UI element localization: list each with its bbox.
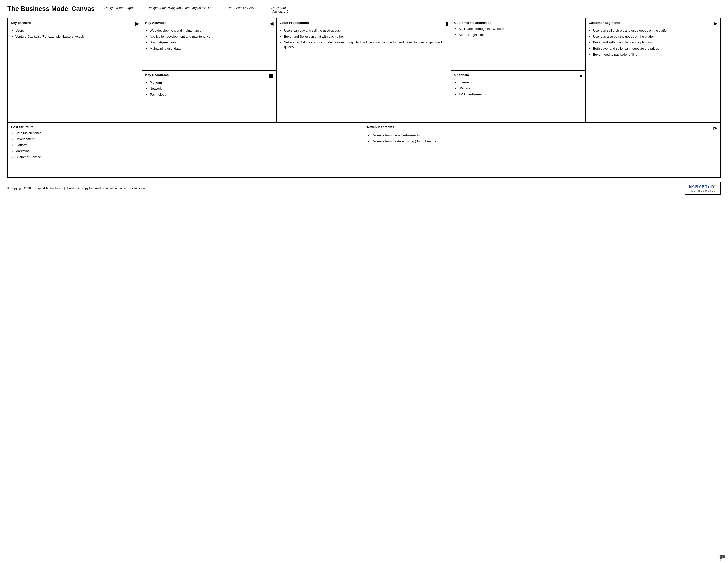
value-propositions-icon: ▮ [445, 21, 448, 26]
page-title: The Business Model Canvas [7, 5, 95, 13]
key-partners-cell: Key partners ▶ Users Venture Capitalist … [8, 18, 142, 122]
list-item: Network [150, 86, 273, 91]
key-resources-list: Platform Network Technology [145, 80, 273, 97]
header-meta: Designed for: Letgo Designed by: NCrypte… [104, 5, 288, 13]
customer-segments-list: User can sell their old and used goods o… [589, 28, 717, 57]
customer-segments-cell: Customer Segments ▶ User can sell their … [586, 18, 720, 122]
page-footer: © Copyright 2018, NCrypted Technologies … [7, 182, 721, 195]
registered-symbol: ® [714, 184, 716, 187]
cost-structure-list: Data Maintenance Development Platform Ma… [11, 131, 361, 159]
cost-structure-cell: Cost Structure 🏴 Data Maintenance Develo… [8, 123, 364, 177]
canvas-bottom-row: Cost Structure 🏴 Data Maintenance Develo… [8, 123, 720, 177]
list-item: Revenue from the advertisements [372, 133, 717, 138]
list-item: Maintaining user data [150, 46, 273, 51]
list-item: Platform [150, 80, 273, 85]
list-item: Web development and maintenance [150, 28, 273, 33]
logo-sub-text: TECHNOLOGIES [689, 190, 716, 192]
list-item: Users [15, 28, 139, 33]
key-activities-col: Key Activities ◀ Web development and mai… [142, 18, 277, 122]
customer-relationships-title: Customer Relationships [454, 21, 582, 25]
key-partners-list: Users Venture Capitalist (For example Na… [11, 28, 139, 39]
key-resources-title: Key Resources ▮▮ [145, 73, 273, 78]
designed-for: Designed for: Letgo [104, 6, 133, 13]
list-item: Data Maintenance [15, 131, 361, 135]
list-item: Technology [150, 92, 273, 97]
list-item: Both buyer and seller can negotiate the … [593, 46, 717, 51]
page-header: The Business Model Canvas Designed for: … [7, 5, 721, 13]
list-item: Marketing [15, 149, 361, 153]
customer-relationships-col: Customer Relationships Assistance throug… [451, 18, 586, 122]
key-activities-title: Key Activities ◀ [145, 21, 273, 26]
revenue-streams-icon: ⧐ [712, 125, 717, 131]
document-version: DocumentVersion: 1.0 [271, 6, 288, 13]
list-item: Venture Capitalist (For example Naspers,… [15, 34, 139, 39]
customer-relationships-list: Assistance through the Website Self – ta… [454, 27, 582, 37]
value-propositions-title: Value Propositions ▮ [280, 21, 448, 26]
list-item: User can sell their old and used goods o… [593, 28, 717, 33]
list-item: Platform [15, 143, 361, 147]
key-partners-icon: ▶ [135, 21, 139, 26]
business-model-canvas: Key partners ▶ Users Venture Capitalist … [7, 18, 721, 178]
designed-by: Designed by: NCrypted Technologies Pvt. … [148, 6, 213, 13]
list-item: Users can buy and sell the used goods. [284, 28, 448, 33]
list-item: Buyer need to pay seller offline. [593, 52, 717, 57]
list-item: Customer Service [15, 155, 361, 159]
copyright-text: © Copyright 2018, NCrypted Technologies … [7, 186, 145, 190]
customer-segments-title: Customer Segments ▶ [589, 21, 717, 26]
list-item: Application development and maintenance [150, 34, 273, 39]
list-item: Buyer and seller can chat on the platfor… [593, 40, 717, 45]
ncrypted-logo: NCRYPTeD® TECHNOLOGIES [685, 182, 721, 195]
key-activities-list: Web development and maintenance Applicat… [145, 28, 273, 51]
channels-icon: ■ [580, 73, 582, 78]
date-field: Date: 29th Oct 2018 [227, 6, 256, 13]
key-activities-cell: Key Activities ◀ Web development and mai… [142, 18, 276, 70]
list-item: Brand Agreements [150, 40, 273, 45]
designed-for-label: Designed for: Letgo [104, 6, 133, 10]
logo-text: NCRYPTeD® [689, 184, 716, 189]
list-item: Development [15, 137, 361, 141]
designed-by-label: Designed by: NCrypted Technologies Pvt. … [148, 6, 213, 10]
list-item: Website [459, 86, 582, 91]
customer-relationships-cell: Customer Relationships Assistance throug… [451, 18, 585, 70]
list-item: TV Advertisements [459, 92, 582, 97]
list-item: Buyer and Seller can chat with each othe… [284, 34, 448, 39]
value-propositions-list: Users can buy and sell the used goods. B… [280, 28, 448, 49]
channels-list: Internet Website TV Advertisements [454, 80, 582, 97]
list-item: Self – taught site. [459, 33, 582, 37]
value-propositions-cell: Value Propositions ▮ Users can buy and s… [277, 18, 451, 122]
channels-title: Channels ■ [454, 73, 582, 78]
channels-cell: Channels ■ Internet Website TV Advertise… [451, 70, 585, 122]
revenue-streams-cell: Revenue Streams ⧐ Revenue from the adver… [364, 123, 720, 177]
customer-segments-icon: ▶ [714, 21, 717, 26]
list-item: Sellers can list their product under fea… [284, 40, 448, 49]
key-resources-icon: ▮▮ [268, 73, 273, 78]
cost-structure-title: Cost Structure 🏴 [11, 125, 361, 129]
key-activities-icon: ◀ [270, 21, 273, 26]
key-resources-cell: Key Resources ▮▮ Platform Network Techno… [142, 70, 276, 122]
list-item: Internet [459, 80, 582, 85]
list-item: Assistance through the Website [459, 27, 582, 31]
list-item: Revenue from Feature Listing (Bump Featu… [372, 139, 717, 143]
canvas-top-row: Key partners ▶ Users Venture Capitalist … [8, 18, 720, 123]
key-partners-title: Key partners ▶ [11, 21, 139, 26]
revenue-streams-list: Revenue from the advertisements Revenue … [367, 133, 717, 143]
revenue-streams-title: Revenue Streams ⧐ [367, 125, 717, 131]
list-item: User can also buy the goods on the platf… [593, 34, 717, 39]
